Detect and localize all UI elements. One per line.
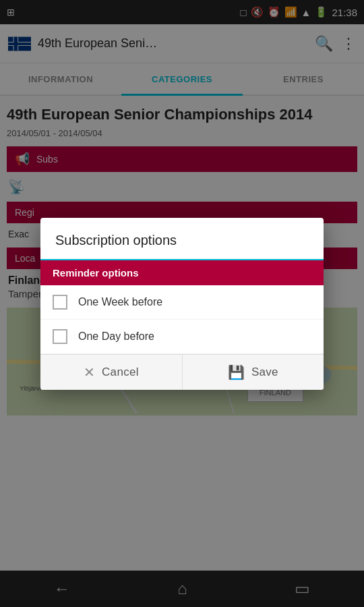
save-label: Save (251, 366, 278, 379)
save-icon: 💾 (228, 364, 245, 380)
option-one-week[interactable]: One Week before (40, 285, 324, 320)
dialog-section-header: Reminder options (40, 260, 324, 285)
dialog-title: Subscription options (40, 218, 324, 260)
option-one-day-label: One Day before (78, 330, 154, 343)
cancel-button[interactable]: ✕ Cancel (40, 355, 183, 390)
option-one-week-label: One Week before (78, 296, 162, 308)
save-button[interactable]: 💾 Save (183, 355, 324, 390)
cancel-label: Cancel (102, 366, 139, 379)
subscription-dialog: Subscription options Reminder options On… (40, 218, 324, 390)
dialog-actions: ✕ Cancel 💾 Save (40, 354, 324, 390)
checkbox-one-week[interactable] (53, 295, 67, 310)
dialog-overlay: Subscription options Reminder options On… (0, 0, 364, 607)
checkbox-one-day[interactable] (53, 329, 67, 344)
option-one-day[interactable]: One Day before (40, 320, 324, 354)
cancel-icon: ✕ (84, 364, 95, 380)
